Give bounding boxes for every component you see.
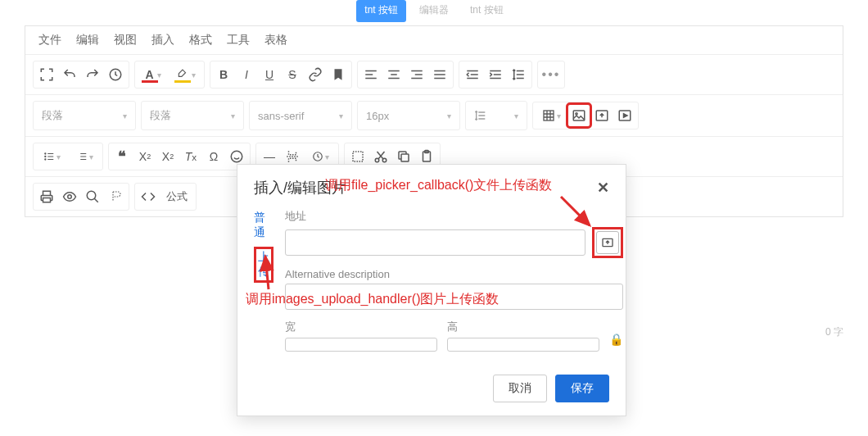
underline-icon[interactable]: U	[258, 63, 281, 86]
alt-label: Alternative description	[285, 268, 623, 280]
blockquote-icon[interactable]: ❝	[111, 145, 133, 168]
block-format-select-1[interactable]: 段落▾	[35, 103, 133, 128]
menubar: 文件 编辑 视图 插入 格式 工具 表格	[25, 26, 843, 54]
menu-tools[interactable]: 工具	[227, 33, 250, 48]
save-button[interactable]: 保存	[555, 375, 609, 402]
italic-icon[interactable]: I	[235, 63, 258, 86]
outdent-icon[interactable]	[461, 63, 484, 86]
preview-icon[interactable]	[58, 185, 81, 208]
svg-rect-11	[353, 152, 363, 161]
subscript-icon[interactable]: X2	[133, 145, 156, 168]
font-family-select[interactable]: sans-serif▾	[251, 103, 350, 128]
svg-point-8	[44, 159, 45, 160]
font-size-select[interactable]: 16px▾	[359, 103, 458, 128]
fullscreen-icon[interactable]	[35, 63, 58, 86]
url-input[interactable]	[285, 229, 585, 256]
strikethrough-icon[interactable]: S	[281, 63, 304, 86]
svg-point-6	[44, 153, 45, 154]
height-label: 高	[447, 320, 599, 334]
svg-point-17	[68, 195, 72, 199]
menu-edit[interactable]: 编辑	[76, 33, 99, 48]
svg-point-18	[87, 191, 96, 200]
close-icon[interactable]: ✕	[597, 179, 609, 197]
svg-point-9	[231, 151, 242, 162]
align-center-icon[interactable]	[382, 63, 405, 86]
special-char-icon[interactable]: Ω	[202, 145, 225, 168]
top-tab-2[interactable]: 编辑器	[411, 0, 457, 22]
arrow-to-upload-tab	[260, 252, 285, 296]
line-height-icon[interactable]	[507, 63, 530, 86]
bookmark-icon[interactable]	[327, 63, 350, 86]
align-left-icon[interactable]	[359, 63, 382, 86]
cancel-button[interactable]: 取消	[493, 375, 547, 402]
block-format-select-2[interactable]: 段落▾	[143, 103, 242, 128]
menu-format[interactable]: 格式	[189, 33, 212, 48]
align-justify-icon[interactable]	[428, 63, 451, 86]
highlight-color-icon[interactable]: ▾	[170, 63, 202, 86]
menu-view[interactable]: 视图	[114, 33, 137, 48]
upload-image-icon[interactable]	[590, 104, 613, 127]
formula-button[interactable]: 公式	[160, 185, 194, 208]
menu-insert[interactable]: 插入	[151, 33, 174, 48]
line-spacing-select[interactable]: ▾	[468, 103, 525, 128]
width-input[interactable]	[285, 338, 437, 352]
menu-table[interactable]: 表格	[264, 33, 287, 48]
redo-icon[interactable]	[81, 63, 104, 86]
search-icon[interactable]	[81, 185, 104, 208]
bullet-list-icon[interactable]: ▾	[35, 145, 68, 168]
top-tab-1[interactable]: tnt 按钮	[356, 0, 406, 22]
align-right-icon[interactable]	[405, 63, 428, 86]
menu-file[interactable]: 文件	[38, 33, 61, 48]
width-label: 宽	[285, 320, 437, 334]
word-count: 0 字	[825, 325, 843, 339]
bold-icon[interactable]: B	[212, 63, 235, 86]
text-color-icon[interactable]: A▾	[137, 63, 170, 86]
dialog-tab-general[interactable]: 普通	[254, 209, 274, 242]
print-icon[interactable]	[35, 185, 58, 208]
toolbar-row-2: 段落▾ 段落▾ sans-serif▾ 16px▾ ▾ ▾	[25, 94, 843, 136]
indent-icon[interactable]	[484, 63, 507, 86]
visual-blocks-icon[interactable]	[104, 185, 127, 208]
insert-image-icon[interactable]	[567, 104, 590, 127]
table-icon[interactable]: ▾	[535, 104, 567, 127]
link-icon[interactable]	[304, 63, 327, 86]
media-icon[interactable]	[613, 104, 636, 127]
svg-point-3	[576, 113, 577, 115]
annotation-top: 调用file_picker_callback()文件上传函数	[325, 177, 552, 194]
height-input[interactable]	[447, 338, 599, 352]
svg-rect-14	[401, 154, 409, 161]
superscript-icon[interactable]: X2	[156, 145, 179, 168]
top-tab-3[interactable]: tnt 按钮	[462, 0, 512, 22]
arrow-to-file-picker	[557, 193, 598, 236]
toolbar-row-1: A▾ ▾ B I U S •••	[25, 54, 843, 94]
svg-point-7	[44, 156, 45, 157]
clear-format-icon[interactable]: Tx	[179, 145, 202, 168]
history-icon[interactable]	[104, 63, 127, 86]
svg-rect-1	[544, 111, 554, 120]
undo-icon[interactable]	[58, 63, 81, 86]
lock-icon[interactable]: 🔒	[609, 333, 623, 352]
source-code-icon[interactable]	[137, 185, 160, 208]
more-icon[interactable]: •••	[540, 63, 563, 86]
number-list-icon[interactable]: ▾	[68, 145, 101, 168]
